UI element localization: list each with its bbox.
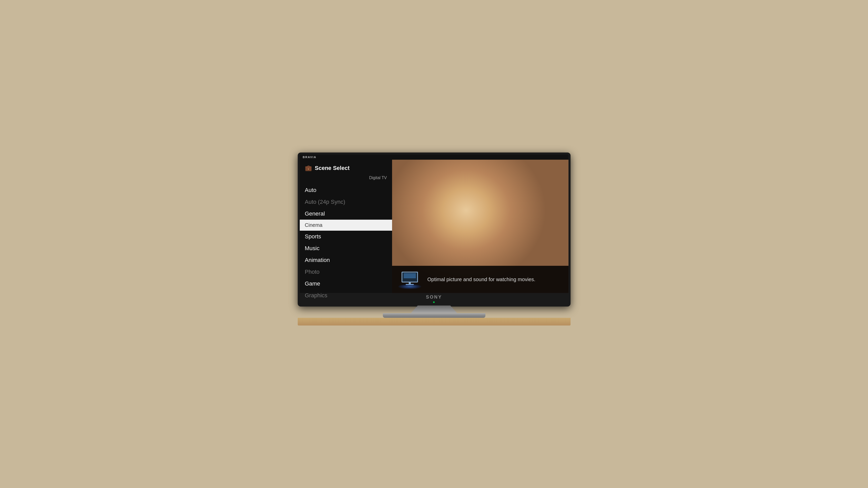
cinema-icon-inner: [400, 272, 420, 287]
menu-item-graphics[interactable]: Graphics: [300, 290, 392, 301]
stand-base: [383, 313, 486, 318]
stand-neck: [411, 305, 457, 313]
menu-items: AutoAuto (24p Sync)GeneralCinemaSportsMu…: [300, 184, 392, 301]
left-panel: 💼 Scene Select Digital TV AutoAuto (24p …: [300, 160, 392, 293]
panel-title: Scene Select: [315, 165, 350, 171]
panel-subtitle: Digital TV: [300, 175, 392, 184]
monitor-stand: [409, 283, 411, 284]
menu-item-auto[interactable]: Auto: [300, 184, 392, 196]
video-area: Optimal picture and sound for watching m…: [392, 160, 568, 293]
bravia-label: BRAVIA: [300, 155, 568, 160]
menu-item-cinema[interactable]: Cinema: [300, 220, 392, 231]
sony-logo: SONY: [426, 294, 442, 300]
monitor-line-5: [404, 278, 416, 278]
menu-item-photo[interactable]: Photo: [300, 266, 392, 278]
panel-footer: RETURN Back: [300, 301, 392, 304]
tv-screen-area: BRAVIA 💼 Scene Select Digital TV AutoAut…: [300, 155, 568, 304]
menu-item-general[interactable]: General: [300, 208, 392, 220]
monitor-shape: [402, 272, 418, 283]
tv-stand: [383, 305, 486, 318]
room-background: BRAVIA 💼 Scene Select Digital TV AutoAut…: [280, 148, 588, 341]
wooden-surface: [298, 318, 570, 326]
menu-item-sports[interactable]: Sports: [300, 231, 392, 242]
menu-item-music[interactable]: Music: [300, 242, 392, 254]
screen: 💼 Scene Select Digital TV AutoAuto (24p …: [300, 160, 568, 293]
monitor-line-4: [404, 276, 416, 277]
monitor-line-2: [404, 274, 416, 275]
menu-item-game[interactable]: Game: [300, 278, 392, 290]
menu-item-animation[interactable]: Animation: [300, 254, 392, 266]
info-panel: Optimal picture and sound for watching m…: [392, 266, 568, 293]
suitcase-icon: 💼: [305, 165, 312, 171]
monitor-line-3: [404, 275, 416, 276]
info-description: Optimal picture and sound for watching m…: [428, 276, 535, 283]
panel-header: 💼 Scene Select: [300, 165, 392, 175]
glow-ring: [398, 284, 421, 289]
cinema-icon: [398, 270, 421, 288]
monitor-line-1: [404, 273, 416, 274]
menu-item-auto-24p[interactable]: Auto (24p Sync): [300, 196, 392, 208]
tv-set: BRAVIA 💼 Scene Select Digital TV AutoAut…: [298, 153, 570, 306]
led-indicator: [433, 301, 435, 303]
monitor-lines: [404, 273, 416, 278]
